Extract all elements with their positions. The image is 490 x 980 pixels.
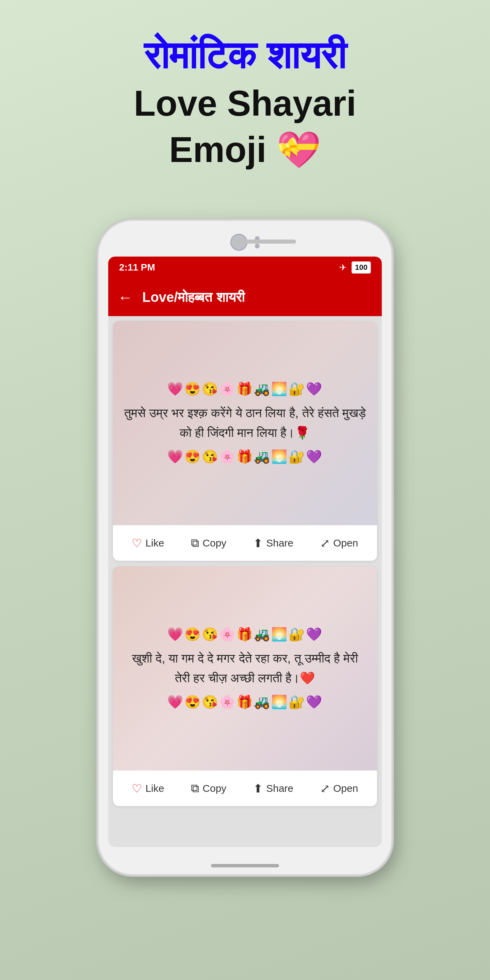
card-1-action-bar: ♡ Like ⧉ Copy ⬆ Share	[113, 525, 377, 561]
card-1-like-icon: ♡	[132, 536, 142, 550]
card-2-like-icon: ♡	[132, 782, 142, 795]
card-2-open-button[interactable]: ⤢ Open	[315, 778, 363, 799]
card-1-share-button[interactable]: ⬆ Share	[248, 533, 299, 553]
card-2-copy-label: Copy	[202, 783, 226, 794]
status-bar: 2:11 PM ✈ 100	[108, 256, 382, 279]
phone-dot-2	[255, 243, 259, 248]
cards-scroll-area: 💗😍😘🌸🎁🚜🌅🔐💜 तुमसे उम्र भर इश्क़ करेंगे ये …	[108, 316, 382, 847]
card-1-like-label: Like	[145, 537, 164, 549]
battery-indicator: 100	[352, 261, 371, 274]
airplane-icon: ✈	[339, 262, 347, 273]
card-1-share-label: Share	[266, 537, 293, 549]
app-header-title: Love/मोहब्बत शायरी	[142, 290, 245, 305]
emoji-title: Emoji 💝	[134, 127, 356, 173]
card-2-emojis-bottom: 💗😍😘🌸🎁🚜🌅🔐💜	[167, 695, 323, 710]
card-2-emojis-top: 💗😍😘🌸🎁🚜🌅🔐💜	[167, 627, 323, 642]
card-2-text: खुशी दे, या गम दे दे मगर देते रहा कर, तू…	[123, 649, 367, 688]
card-2-like-button[interactable]: ♡ Like	[126, 778, 169, 799]
shayari-card-1: 💗😍😘🌸🎁🚜🌅🔐💜 तुमसे उम्र भर इश्क़ करेंगे ये …	[113, 321, 377, 561]
card-2-like-label: Like	[145, 783, 164, 794]
app-header: ← Love/मोहब्बत शायरी	[108, 279, 382, 316]
phone-mockup: 2:11 PM ✈ 100 ← Love/मोहब्बत शायरी	[99, 221, 391, 874]
card-2-action-bar: ♡ Like ⧉ Copy ⬆ Share	[113, 770, 377, 806]
phone-speaker	[235, 240, 296, 243]
card-1-copy-label: Copy	[202, 537, 226, 549]
card-1-copy-icon: ⧉	[191, 536, 199, 550]
card-1-open-label: Open	[333, 537, 358, 549]
app-title-area: रोमांटिक शायरी Love Shayari Emoji 💝	[134, 30, 356, 173]
card-2-share-icon: ⬆	[253, 782, 263, 795]
shayari-card-2: 💗😍😘🌸🎁🚜🌅🔐💜 खुशी दे, या गम दे दे मगर देते …	[113, 566, 377, 806]
phone-home-indicator	[211, 864, 279, 867]
phone-screen: 2:11 PM ✈ 100 ← Love/मोहब्बत शायरी	[108, 256, 382, 847]
card-2-image-area: 💗😍😘🌸🎁🚜🌅🔐💜 खुशी दे, या गम दे दे मगर देते …	[113, 566, 377, 770]
back-button[interactable]: ←	[118, 289, 133, 306]
card-2-copy-icon: ⧉	[191, 782, 199, 795]
card-1-emojis-bottom: 💗😍😘🌸🎁🚜🌅🔐💜	[167, 449, 323, 464]
card-1-share-icon: ⬆	[253, 536, 263, 550]
phone-shell: 2:11 PM ✈ 100 ← Love/मोहब्बत शायरी	[99, 221, 391, 874]
card-1-text: तुमसे उम्र भर इश्क़ करेंगे ये ठान लिया ह…	[123, 403, 367, 442]
status-icons: ✈ 100	[339, 261, 371, 274]
hindi-title: रोमांटिक शायरी	[134, 30, 356, 80]
card-2-open-icon: ⤢	[320, 782, 330, 795]
card-1-open-button[interactable]: ⤢ Open	[315, 533, 363, 553]
screen-content: 2:11 PM ✈ 100 ← Love/मोहब्बत शायरी	[108, 256, 382, 847]
card-2-share-label: Share	[266, 783, 293, 794]
card-1-copy-button[interactable]: ⧉ Copy	[185, 533, 232, 553]
card-2-open-label: Open	[333, 783, 358, 794]
love-shayari-title: Love Shayari	[134, 80, 356, 127]
card-1-open-icon: ⤢	[320, 536, 330, 550]
card-1-like-button[interactable]: ♡ Like	[126, 533, 169, 553]
card-2-copy-button[interactable]: ⧉ Copy	[185, 778, 232, 799]
card-1-emojis-top: 💗😍😘🌸🎁🚜🌅🔐💜	[167, 382, 323, 396]
card-2-share-button[interactable]: ⬆ Share	[248, 778, 299, 799]
status-time: 2:11 PM	[119, 262, 155, 273]
card-1-image-area: 💗😍😘🌸🎁🚜🌅🔐💜 तुमसे उम्र भर इश्क़ करेंगे ये …	[113, 321, 377, 525]
